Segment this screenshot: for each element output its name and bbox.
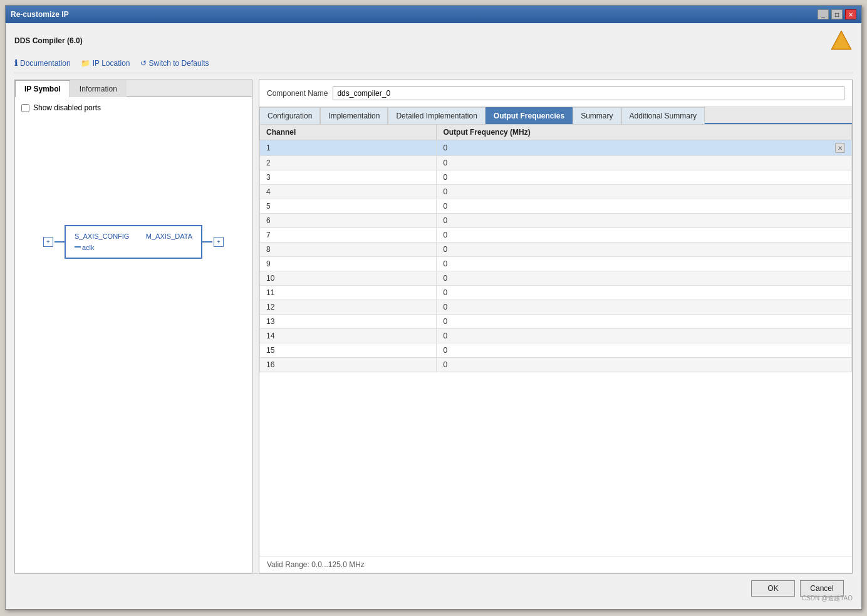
cell-channel: 2: [260, 156, 437, 170]
cell-channel: 5: [260, 199, 437, 214]
col-channel: Channel: [260, 125, 437, 140]
freq-table: Channel Output Frequency (MHz) 10✕203040…: [259, 124, 852, 372]
title-bar: Re-customize IP _ □ ✕: [6, 6, 861, 23]
cell-channel: 4: [260, 185, 437, 199]
tab-information[interactable]: Information: [70, 80, 127, 97]
table-row: 60: [260, 214, 852, 228]
cell-freq[interactable]: 0: [437, 271, 852, 286]
left-tab-bar: IP Symbol Information: [15, 80, 252, 97]
cell-freq[interactable]: 0: [437, 257, 852, 271]
cell-channel: 7: [260, 228, 437, 243]
app-title-text: DDS Compiler (6.0): [14, 36, 83, 45]
table-row: 30: [260, 170, 852, 185]
main-panel: IP Symbol Information Show disabled port…: [14, 80, 853, 573]
col-output-freq: Output Frequency (MHz): [437, 125, 852, 140]
tab-output-frequencies[interactable]: Output Frequencies: [485, 107, 573, 124]
ip-symbol-box: S_AXIS_CONFIG M_AXIS_DATA aclk: [65, 225, 202, 259]
port-row: S_AXIS_CONFIG M_AXIS_DATA: [75, 232, 192, 240]
tab-implementation[interactable]: Implementation: [320, 107, 388, 124]
app-logo: [830, 29, 853, 52]
cell-channel: 6: [260, 214, 437, 228]
valid-range: Valid Range: 0.0...125.0 MHz: [259, 556, 852, 573]
right-port-label: M_AXIS_DATA: [146, 232, 192, 240]
ok-button[interactable]: OK: [751, 580, 795, 597]
freq-table-area: Channel Output Frequency (MHz) 10✕203040…: [259, 124, 852, 556]
tab-summary[interactable]: Summary: [573, 107, 621, 124]
table-row: 120: [260, 300, 852, 315]
tab-additional-summary[interactable]: Additional Summary: [621, 107, 705, 124]
table-row: 100: [260, 271, 852, 286]
documentation-label: Documentation: [20, 59, 71, 68]
close-button[interactable]: ✕: [845, 9, 856, 19]
cell-channel: 10: [260, 271, 437, 286]
right-port-symbol: +: [214, 237, 224, 247]
table-row: 70: [260, 228, 852, 243]
switch-defaults-link[interactable]: ↺ Switch to Defaults: [140, 59, 209, 68]
location-label: IP Location: [93, 59, 130, 68]
cell-freq[interactable]: 0: [437, 300, 852, 315]
table-row: 110: [260, 286, 852, 300]
show-disabled-ports-checkbox[interactable]: [21, 104, 29, 112]
folder-icon: 📁: [81, 59, 90, 68]
component-name-label: Component Name: [267, 89, 328, 98]
tab-configuration[interactable]: Configuration: [259, 107, 320, 124]
cell-channel: 15: [260, 343, 437, 358]
table-row: 130: [260, 315, 852, 329]
cell-freq[interactable]: 0✕: [437, 140, 852, 156]
left-port-symbol: +: [43, 237, 53, 247]
cell-channel: 16: [260, 358, 437, 372]
footer: OK Cancel: [14, 573, 853, 603]
left-panel: IP Symbol Information Show disabled port…: [14, 80, 252, 573]
cell-channel: 9: [260, 257, 437, 271]
minimize-button[interactable]: _: [818, 9, 829, 19]
table-row: 160: [260, 358, 852, 372]
table-row: 50: [260, 199, 852, 214]
left-port-label: S_AXIS_CONFIG: [75, 232, 129, 240]
cell-channel: 14: [260, 329, 437, 343]
cell-freq[interactable]: 0: [437, 156, 852, 170]
window-title: Re-customize IP: [11, 10, 69, 19]
cell-freq[interactable]: 0: [437, 315, 852, 329]
table-row: 20: [260, 156, 852, 170]
documentation-link[interactable]: ℹ Documentation: [14, 58, 71, 68]
cell-freq[interactable]: 0: [437, 358, 852, 372]
cell-freq[interactable]: 0: [437, 343, 852, 358]
right-panel: Component Name Configuration Implementat…: [259, 80, 853, 573]
cell-channel: 12: [260, 300, 437, 315]
show-disabled-ports-row: Show disabled ports: [21, 103, 246, 112]
refresh-icon: ↺: [140, 59, 147, 68]
tab-ip-symbol[interactable]: IP Symbol: [15, 80, 70, 97]
tab-detailed-implementation[interactable]: Detailed Implementation: [388, 107, 485, 124]
toolbar: ℹ Documentation 📁 IP Location ↺ Switch t…: [14, 58, 853, 73]
cell-channel: 13: [260, 315, 437, 329]
symbol-canvas: + S_AXIS_CONFIG M_AXIS_DATA: [21, 225, 246, 259]
maximize-button[interactable]: □: [831, 9, 843, 19]
cell-freq[interactable]: 0: [437, 286, 852, 300]
cell-freq[interactable]: 0: [437, 243, 852, 257]
table-row: 80: [260, 243, 852, 257]
cell-freq[interactable]: 0: [437, 170, 852, 185]
clear-freq-button[interactable]: ✕: [835, 143, 845, 153]
app-title-row: DDS Compiler (6.0): [14, 29, 853, 52]
table-row: 10✕: [260, 140, 852, 156]
show-disabled-ports-label: Show disabled ports: [33, 103, 101, 112]
cell-channel: 1: [260, 140, 437, 156]
location-link[interactable]: 📁 IP Location: [81, 59, 130, 68]
cell-freq[interactable]: 0: [437, 228, 852, 243]
table-row: 140: [260, 329, 852, 343]
cell-channel: 8: [260, 243, 437, 257]
right-tab-bar: Configuration Implementation Detailed Im…: [259, 107, 852, 124]
cell-freq[interactable]: 0: [437, 199, 852, 214]
main-window: Re-customize IP _ □ ✕ DDS Compiler (6.0)…: [5, 5, 862, 610]
content-area: DDS Compiler (6.0) ℹ Documentation 📁 IP …: [6, 23, 861, 609]
component-name-input[interactable]: [333, 86, 844, 100]
cell-channel: 3: [260, 170, 437, 185]
cell-freq[interactable]: 0: [437, 214, 852, 228]
aclk-label: aclk: [82, 244, 95, 251]
table-row: 150: [260, 343, 852, 358]
cell-channel: 11: [260, 286, 437, 300]
window-controls: _ □ ✕: [818, 9, 856, 19]
cell-freq[interactable]: 0: [437, 185, 852, 199]
info-icon: ℹ: [14, 58, 18, 68]
cell-freq[interactable]: 0: [437, 329, 852, 343]
